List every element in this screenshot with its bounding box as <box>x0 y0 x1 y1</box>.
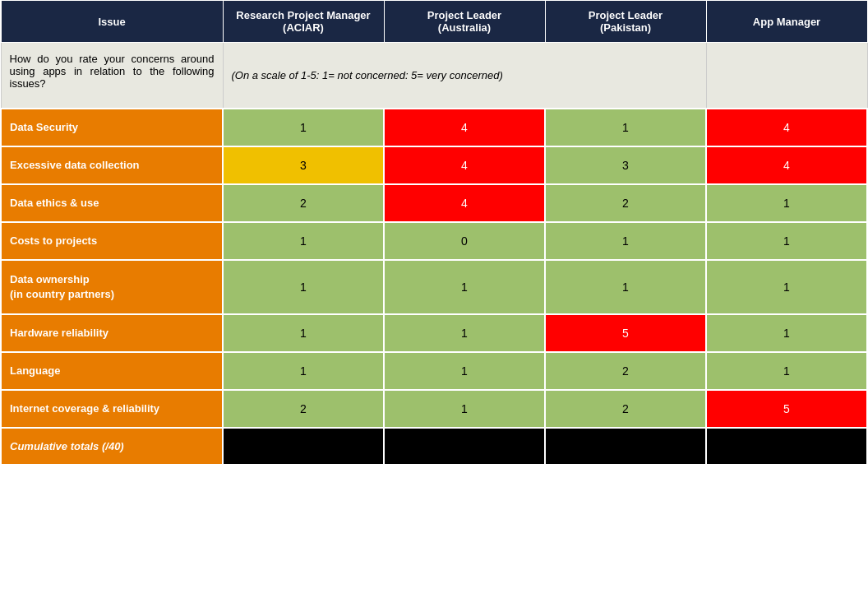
row-data-ownership: Data ownership(in country partners) 1 1 … <box>1 260 867 314</box>
row-costs: Costs to projects 1 0 1 1 <box>1 222 867 260</box>
cell-am: 1 <box>706 314 867 352</box>
col-header-am: App Manager <box>706 1 867 43</box>
col-header-plp: Project Leader (Pakistan) <box>545 1 706 43</box>
cell-plp: 2 <box>545 184 706 222</box>
cell-rpm: 1 <box>223 352 384 390</box>
cell-plp: 2 <box>545 352 706 390</box>
cell-pla: 4 <box>384 109 545 146</box>
cell-am: 5 <box>706 390 867 428</box>
issue-label: Costs to projects <box>1 222 223 260</box>
cumulative-cell-plp <box>545 428 706 465</box>
cell-rpm: 3 <box>223 146 384 184</box>
cell-plp: 1 <box>545 222 706 260</box>
cell-rpm: 2 <box>223 390 384 428</box>
cell-pla: 4 <box>384 146 545 184</box>
row-hardware-reliability: Hardware reliability 1 1 5 1 <box>1 314 867 352</box>
cumulative-cell-rpm <box>223 428 384 465</box>
cell-am: 4 <box>706 146 867 184</box>
cell-plp: 3 <box>545 146 706 184</box>
issue-label: Excessive data collection <box>1 146 223 184</box>
cell-am: 1 <box>706 184 867 222</box>
issue-label: Hardware reliability <box>1 314 223 352</box>
cell-rpm: 1 <box>223 314 384 352</box>
cell-rpm: 2 <box>223 184 384 222</box>
cell-pla: 1 <box>384 260 545 314</box>
row-data-security: Data Security 1 4 1 4 <box>1 109 867 146</box>
row-excessive-data: Excessive data collection 3 4 3 4 <box>1 146 867 184</box>
cell-rpm: 1 <box>223 109 384 146</box>
question-empty <box>706 43 867 109</box>
cell-rpm: 1 <box>223 260 384 314</box>
cumulative-cell-am <box>706 428 867 465</box>
cell-pla: 1 <box>384 352 545 390</box>
cell-plp: 2 <box>545 390 706 428</box>
cell-am: 1 <box>706 352 867 390</box>
cell-am: 1 <box>706 222 867 260</box>
row-data-ethics: Data ethics & use 2 4 2 1 <box>1 184 867 222</box>
cell-pla: 1 <box>384 390 545 428</box>
col-header-pla: Project Leader (Australia) <box>384 1 545 43</box>
question-row: How do you rate your concerns around usi… <box>1 43 867 109</box>
table-header: Issue Research Project Manager (ACIAR) P… <box>1 1 867 43</box>
issue-label: Data ethics & use <box>1 184 223 222</box>
row-language: Language 1 1 2 1 <box>1 352 867 390</box>
question-text: How do you rate your concerns around usi… <box>1 43 223 109</box>
cell-pla: 4 <box>384 184 545 222</box>
cumulative-row: Cumulative totals (/40) <box>1 428 867 465</box>
cell-plp: 1 <box>545 260 706 314</box>
cell-rpm: 1 <box>223 222 384 260</box>
issue-label: Data Security <box>1 109 223 146</box>
issue-label: Language <box>1 352 223 390</box>
cell-am: 1 <box>706 260 867 314</box>
issue-label: Internet coverage & reliability <box>1 390 223 428</box>
cell-plp: 5 <box>545 314 706 352</box>
col-header-issue: Issue <box>1 1 223 43</box>
col-header-rpm: Research Project Manager (ACIAR) <box>223 1 384 43</box>
cell-pla: 1 <box>384 314 545 352</box>
cell-am: 4 <box>706 109 867 146</box>
scale-text: (On a scale of 1-5: 1= not concerned: 5=… <box>223 43 706 109</box>
cumulative-label: Cumulative totals (/40) <box>1 428 223 465</box>
issue-label: Data ownership(in country partners) <box>1 260 223 314</box>
cell-pla: 0 <box>384 222 545 260</box>
row-internet-coverage: Internet coverage & reliability 2 1 2 5 <box>1 390 867 428</box>
cumulative-cell-pla <box>384 428 545 465</box>
cell-plp: 1 <box>545 109 706 146</box>
